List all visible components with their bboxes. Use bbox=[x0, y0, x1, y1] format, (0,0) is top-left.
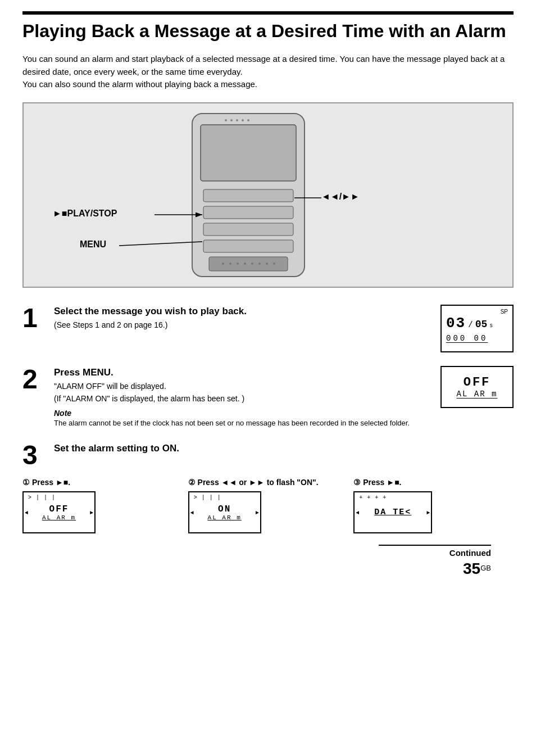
page-number: 35 bbox=[463, 560, 480, 577]
step-1-title: Select the message you wish to play back… bbox=[54, 305, 429, 318]
substep3-arrows-top: + + + + bbox=[359, 495, 387, 501]
step-1-number: 1 bbox=[22, 305, 45, 332]
lcd1-sub-slash: / bbox=[468, 320, 473, 329]
step-2-note-text: The alarm cannot be set if the clock has… bbox=[54, 418, 429, 429]
lcd1-s-label: s bbox=[489, 323, 493, 329]
svg-point-5 bbox=[242, 119, 244, 121]
step-2: 2 Press MENU. "ALARM OFF" will be displa… bbox=[22, 366, 514, 436]
sub-step-1-label: ① Press ►■. bbox=[22, 478, 70, 487]
sub-step-2: ② Press ◄◄ or ►► to flash "ON". > | | | … bbox=[183, 478, 348, 533]
sub-step-1-lcd: > | | | ◄ OFF AL AR m ► bbox=[22, 491, 96, 533]
sub-step-2-lcd: > | | | ◄ ON AL AR m ► bbox=[188, 491, 261, 533]
substep2-arrows-top: > | | | bbox=[194, 495, 221, 501]
svg-point-18 bbox=[266, 262, 268, 265]
page-suffix: GB bbox=[480, 564, 491, 572]
svg-rect-9 bbox=[203, 223, 293, 236]
sub-steps-row: ① Press ►■. > | | | ◄ OFF AL AR m ► bbox=[22, 478, 514, 533]
svg-point-12 bbox=[222, 262, 224, 265]
substep1-lcd-mid: OFF bbox=[49, 504, 69, 514]
step-2-detail-2: (If "ALARM ON" is displayed, the alarm h… bbox=[54, 394, 429, 403]
sub-step-3: ③ Press ►■. + + + + ◄ DA TE< ► bbox=[348, 478, 514, 533]
svg-line-23 bbox=[119, 242, 202, 246]
svg-rect-11 bbox=[209, 257, 288, 271]
page-number-area: 35GB bbox=[463, 560, 491, 578]
intro-text: You can sound an alarm and start playbac… bbox=[22, 53, 514, 91]
substep3-arrow-left: ◄ bbox=[356, 509, 359, 515]
top-rule bbox=[22, 11, 514, 15]
svg-point-13 bbox=[229, 262, 231, 265]
step-2-content: Press MENU. "ALARM OFF" will be displaye… bbox=[54, 366, 429, 436]
sub-step-3-label: ③ Press ►■. bbox=[353, 478, 401, 487]
continued-text: Continued bbox=[379, 545, 491, 558]
substep2-lcd-mid: ON bbox=[218, 504, 231, 514]
step-3-content: Set the alarm setting to ON. bbox=[54, 442, 514, 458]
step-3: 3 Set the alarm setting to ON. ① Press ►… bbox=[22, 442, 514, 533]
svg-rect-10 bbox=[203, 240, 293, 252]
sub-step-1-text: Press ►■. bbox=[32, 478, 70, 487]
svg-text:◄◄/►►: ◄◄/►► bbox=[321, 192, 360, 201]
page-container: Playing Back a Message at a Desired Time… bbox=[0, 0, 536, 756]
step-3-title: Set the alarm setting to ON. bbox=[54, 442, 514, 455]
sub-step-2-circle: ② bbox=[188, 478, 196, 487]
substep2-lcd-bot: AL AR m bbox=[208, 514, 242, 521]
svg-rect-7 bbox=[203, 189, 293, 202]
lcd2-off: OFF bbox=[464, 375, 491, 390]
step-2-title: Press MENU. bbox=[54, 366, 429, 379]
continued-area: Continued 35GB bbox=[22, 545, 491, 578]
lcd1-bottom: 000 00 bbox=[446, 334, 508, 343]
substep3-arrow-right: ► bbox=[426, 509, 430, 515]
svg-rect-1 bbox=[201, 125, 296, 181]
substep2-arrow-right: ► bbox=[256, 509, 259, 515]
step-2-note-title: Note bbox=[54, 409, 429, 418]
step-3-number: 3 bbox=[22, 442, 45, 469]
step-2-note-box: Note The alarm cannot be set if the cloc… bbox=[54, 409, 429, 429]
sub-step-2-text: Press ◄◄ or ►► to flash "ON". bbox=[198, 478, 319, 487]
lcd1-sub-num: 05 bbox=[475, 319, 488, 330]
svg-point-4 bbox=[236, 119, 238, 121]
page-title: Playing Back a Message at a Desired Time… bbox=[22, 20, 514, 42]
step-1-sub: (See Steps 1 and 2 on page 16.) bbox=[54, 320, 429, 329]
sub-step-1-circle: ① bbox=[22, 478, 30, 487]
substep1-lcd-bot: AL AR m bbox=[42, 514, 76, 521]
lcd2-label: AL AR m bbox=[457, 390, 498, 399]
svg-point-14 bbox=[237, 262, 239, 265]
step-2-number: 2 bbox=[22, 366, 45, 393]
steps-area: 1 Select the message you wish to play ba… bbox=[22, 305, 514, 533]
lcd1-top-num: 03 bbox=[446, 315, 466, 332]
svg-point-2 bbox=[225, 119, 227, 121]
svg-text:►■PLAY/STOP: ►■PLAY/STOP bbox=[53, 209, 117, 218]
svg-point-19 bbox=[273, 262, 275, 265]
step-1-lcd: SP 03 / 05 s 000 00 bbox=[440, 305, 514, 352]
sub-step-1: ① Press ►■. > | | | ◄ OFF AL AR m ► bbox=[22, 478, 183, 533]
svg-point-17 bbox=[258, 262, 261, 265]
substep1-arrows-top: > | | | bbox=[28, 495, 56, 501]
svg-text:MENU: MENU bbox=[80, 239, 106, 249]
sub-step-3-text: Press ►■. bbox=[363, 478, 401, 487]
intro-para-2: You can also sound the alarm without pla… bbox=[22, 78, 514, 91]
step-1: 1 Select the message you wish to play ba… bbox=[22, 305, 514, 352]
substep1-arrow-right: ► bbox=[90, 509, 93, 515]
svg-point-3 bbox=[230, 119, 233, 121]
substep2-arrow-left: ◄ bbox=[190, 509, 194, 515]
step-1-content: Select the message you wish to play back… bbox=[54, 305, 429, 333]
device-svg: ►■PLAY/STOP MENU ◄◄/►► bbox=[24, 108, 512, 282]
intro-para-1: You can sound an alarm and start playbac… bbox=[22, 53, 514, 78]
sub-step-3-lcd: + + + + ◄ DA TE< ► bbox=[353, 491, 432, 533]
step-2-detail-1: "ALARM OFF" will be displayed. bbox=[54, 382, 429, 391]
sub-step-3-circle: ③ bbox=[353, 478, 361, 487]
device-illustration-box: ►■PLAY/STOP MENU ◄◄/►► bbox=[22, 102, 514, 288]
substep3-lcd-mid: DA TE< bbox=[374, 508, 411, 517]
svg-point-6 bbox=[247, 119, 249, 121]
step-2-lcd: OFF AL AR m bbox=[440, 366, 514, 408]
svg-point-16 bbox=[251, 262, 253, 265]
svg-point-15 bbox=[244, 262, 246, 265]
sub-step-2-label: ② Press ◄◄ or ►► to flash "ON". bbox=[188, 478, 319, 487]
substep1-arrow-left: ◄ bbox=[25, 509, 28, 515]
lcd1-sp-label: SP bbox=[501, 309, 508, 315]
svg-rect-8 bbox=[203, 206, 293, 219]
